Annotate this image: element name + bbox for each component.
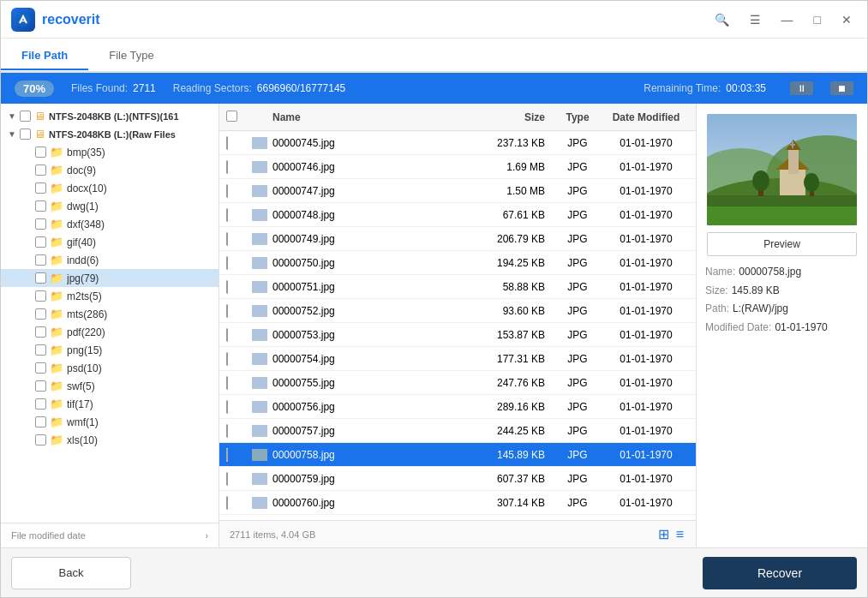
- checkbox-psd[interactable]: [35, 362, 46, 374]
- menu-button[interactable]: ☰: [745, 11, 766, 28]
- sidebar-item-mts[interactable]: 📁 mts(286): [1, 305, 218, 323]
- checkbox-pdf[interactable]: [35, 326, 46, 338]
- checkbox-jpg[interactable]: [35, 272, 46, 284]
- file-row[interactable]: 00000758.jpg 145.89 KB JPG 01-01-1970: [219, 443, 696, 467]
- checkbox-bmp[interactable]: [35, 147, 46, 158]
- tab-file-path[interactable]: File Path: [1, 42, 88, 70]
- sidebar-item-m2ts[interactable]: 📁 m2ts(5): [1, 287, 218, 305]
- list-view-button[interactable]: ≡: [674, 524, 685, 544]
- checkbox-dxf[interactable]: [35, 218, 46, 230]
- row-check-6[interactable]: [226, 281, 252, 293]
- search-button[interactable]: 🔍: [709, 11, 734, 28]
- checkbox-ntfs1[interactable]: [20, 111, 31, 122]
- sidebar-item-bmp[interactable]: 📁 bmp(35): [1, 143, 218, 161]
- checkbox-mts[interactable]: [35, 308, 46, 320]
- file-size-15: 307.14 KB: [475, 497, 552, 509]
- recover-button[interactable]: Recover: [703, 557, 857, 589]
- label-png: png(15): [67, 344, 102, 356]
- checkbox-gif[interactable]: [35, 236, 46, 248]
- sidebar-item-png[interactable]: 📁 png(15): [1, 341, 218, 359]
- checkbox-dwg[interactable]: [35, 200, 46, 212]
- sidebar-item-xls[interactable]: 📁 xls(10): [1, 431, 218, 449]
- file-type-8: JPG: [552, 329, 603, 341]
- row-check-8[interactable]: [226, 329, 252, 341]
- file-row[interactable]: 00000751.jpg 58.88 KB JPG 01-01-1970: [219, 275, 696, 299]
- file-row[interactable]: 00000746.jpg 1.69 MB JPG 01-01-1970: [219, 155, 696, 179]
- sidebar-item-jpg[interactable]: 📁 jpg(79): [1, 269, 218, 287]
- file-row[interactable]: 00000749.jpg 206.79 KB JPG 01-01-1970: [219, 227, 696, 251]
- file-row[interactable]: 00000745.jpg 237.13 KB JPG 01-01-1970: [219, 131, 696, 155]
- file-row[interactable]: 00000752.jpg 93.60 KB JPG 01-01-1970: [219, 299, 696, 323]
- row-check-5[interactable]: [226, 257, 252, 269]
- checkbox-doc[interactable]: [35, 164, 46, 176]
- folder-icon-jpg: 📁: [50, 272, 63, 284]
- sidebar-item-doc[interactable]: 📁 doc(9): [1, 161, 218, 179]
- close-button[interactable]: ✕: [836, 11, 857, 28]
- sidebar-item-ntfs2[interactable]: ▼ 🖥 NTFS-2048KB (L:)(Raw Files: [1, 125, 218, 143]
- row-check-9[interactable]: [226, 353, 252, 365]
- file-row[interactable]: 00000748.jpg 67.61 KB JPG 01-01-1970: [219, 203, 696, 227]
- checkbox-docx[interactable]: [35, 182, 46, 194]
- checkbox-ntfs2[interactable]: [20, 129, 31, 140]
- checkbox-m2ts[interactable]: [35, 290, 46, 302]
- label-tif: tif(17): [67, 398, 93, 410]
- file-row[interactable]: 00000750.jpg 194.25 KB JPG 01-01-1970: [219, 251, 696, 275]
- file-row[interactable]: 00000754.jpg 177.31 KB JPG 01-01-1970: [219, 347, 696, 371]
- folder-icon-indd: 📁: [50, 254, 63, 266]
- sidebar-item-wmf[interactable]: 📁 wmf(1): [1, 413, 218, 431]
- stop-button[interactable]: ⏹: [830, 81, 853, 95]
- preview-name-row: Name: 00000758.jpg: [705, 263, 859, 282]
- file-type-10: JPG: [552, 377, 603, 389]
- file-size-13: 145.89 KB: [475, 449, 552, 461]
- sidebar-item-tif[interactable]: 📁 tif(17): [1, 395, 218, 413]
- sidebar-item-docx[interactable]: 📁 docx(10): [1, 179, 218, 197]
- sidebar-item-ntfs1[interactable]: ▼ 🖥 NTFS-2048KB (L:)(NTFS)(161: [1, 107, 218, 125]
- main-content: ▼ 🖥 NTFS-2048KB (L:)(NTFS)(161 ▼ 🖥 NTFS-…: [1, 104, 867, 547]
- sidebar-item-pdf[interactable]: 📁 pdf(220): [1, 323, 218, 341]
- sidebar-item-dxf[interactable]: 📁 dxf(348): [1, 215, 218, 233]
- file-row[interactable]: 00000753.jpg 153.87 KB JPG 01-01-1970: [219, 323, 696, 347]
- file-name-2: 00000747.jpg: [272, 185, 475, 197]
- sidebar-footer[interactable]: File modified date ›: [1, 523, 218, 547]
- row-check-7[interactable]: [226, 305, 252, 317]
- file-row[interactable]: 00000756.jpg 289.16 KB JPG 01-01-1970: [219, 395, 696, 419]
- sidebar-item-gif[interactable]: 📁 gif(40): [1, 233, 218, 251]
- row-check-11[interactable]: [226, 401, 252, 413]
- row-check-3[interactable]: [226, 209, 252, 221]
- row-check-0[interactable]: [226, 137, 252, 149]
- checkbox-xls[interactable]: [35, 434, 46, 446]
- sidebar-item-swf[interactable]: 📁 swf(5): [1, 377, 218, 395]
- minimize-button[interactable]: —: [776, 11, 799, 28]
- file-row[interactable]: 00000747.jpg 1.50 MB JPG 01-01-1970: [219, 179, 696, 203]
- file-row[interactable]: 00000757.jpg 244.25 KB JPG 01-01-1970: [219, 419, 696, 443]
- folder-icon-dxf: 📁: [50, 218, 63, 230]
- checkbox-indd[interactable]: [35, 254, 46, 266]
- back-button[interactable]: Back: [11, 557, 131, 589]
- checkbox-tif[interactable]: [35, 398, 46, 410]
- preview-button[interactable]: Preview: [707, 232, 857, 256]
- tab-file-type[interactable]: File Type: [88, 42, 175, 70]
- row-check-10[interactable]: [226, 377, 252, 389]
- row-check-12[interactable]: [226, 425, 252, 437]
- maximize-button[interactable]: □: [809, 11, 826, 28]
- checkbox-wmf[interactable]: [35, 416, 46, 428]
- file-row[interactable]: 00000759.jpg 607.37 KB JPG 01-01-1970: [219, 467, 696, 491]
- pause-button[interactable]: ⏸: [790, 81, 813, 95]
- file-row[interactable]: 00000760.jpg 307.14 KB JPG 01-01-1970: [219, 491, 696, 515]
- row-check-2[interactable]: [226, 185, 252, 197]
- grid-view-button[interactable]: ⊞: [656, 524, 671, 544]
- checkbox-png[interactable]: [35, 344, 46, 356]
- row-check-4[interactable]: [226, 233, 252, 245]
- checkbox-swf[interactable]: [35, 380, 46, 392]
- file-size-0: 237.13 KB: [475, 137, 552, 149]
- sidebar-item-psd[interactable]: 📁 psd(10): [1, 359, 218, 377]
- row-check-14[interactable]: [226, 473, 252, 485]
- row-check-1[interactable]: [226, 161, 252, 173]
- file-row[interactable]: 00000755.jpg 247.76 KB JPG 01-01-1970: [219, 371, 696, 395]
- sidebar-item-indd[interactable]: 📁 indd(6): [1, 251, 218, 269]
- label-gif: gif(40): [67, 236, 96, 248]
- sidebar-item-dwg[interactable]: 📁 dwg(1): [1, 197, 218, 215]
- row-check-13[interactable]: [226, 449, 252, 461]
- file-size-11: 289.16 KB: [475, 401, 552, 413]
- row-check-15[interactable]: [226, 497, 252, 509]
